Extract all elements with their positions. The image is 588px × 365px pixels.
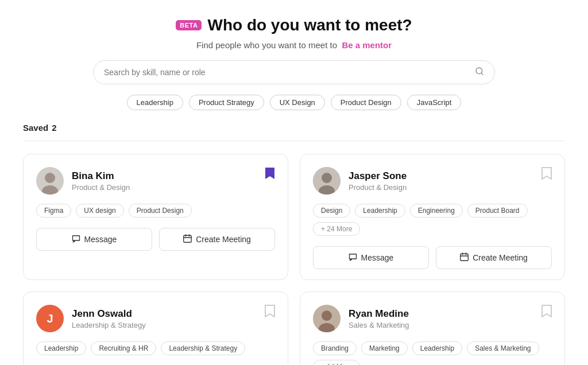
skill-tag: Leadership & Strategy	[161, 341, 245, 355]
skill-tag: Branding	[313, 341, 357, 355]
filter-tag-product-design[interactable]: Product Design	[331, 95, 401, 110]
divider	[23, 141, 565, 141]
card-person: J Jenn Oswald Leadership & Strategy	[36, 305, 146, 332]
filter-tag-leadership[interactable]: Leadership	[127, 95, 183, 110]
card-ryan-medine: Ryan Medine Sales & Marketing Branding M…	[300, 292, 565, 365]
person-info: Jenn Oswald Leadership & Strategy	[72, 308, 146, 329]
svg-rect-12	[461, 254, 469, 261]
person-info: Ryan Medine Sales & Marketing	[349, 308, 409, 329]
message-icon	[72, 235, 80, 244]
search-icon	[475, 67, 484, 78]
card-header: Ryan Medine Sales & Marketing	[313, 305, 552, 332]
card-person: Jasper Sone Product & Design	[313, 167, 407, 195]
skill-tag: Marketing	[361, 341, 408, 355]
avatar-bina-kim	[36, 167, 64, 195]
skill-tag: UX design	[76, 204, 123, 218]
bookmark-icon-filled[interactable]	[265, 167, 275, 182]
person-dept: Product & Design	[349, 183, 407, 192]
person-name: Jasper Sone	[349, 170, 407, 182]
create-meeting-button[interactable]: Create Meeting	[159, 228, 275, 251]
page-title: Who do you want to meet?	[207, 16, 412, 34]
subtitle: Find people who you want to meet to Be a…	[23, 40, 565, 50]
header-section: BETA Who do you want to meet? Find peopl…	[23, 16, 565, 110]
filter-tag-javascript[interactable]: JavaScript	[407, 95, 462, 110]
skill-tags: Figma UX design Product Design	[36, 204, 275, 218]
svg-point-10	[322, 173, 332, 183]
card-jasper-sone: Jasper Sone Product & Design Design Lead…	[300, 154, 565, 280]
calendar-icon	[460, 253, 469, 263]
be-a-mentor-link[interactable]: Be a mentor	[342, 40, 392, 50]
message-label: Message	[361, 253, 394, 262]
create-meeting-button[interactable]: Create Meeting	[436, 246, 552, 269]
skill-tag: Leadership	[355, 204, 405, 218]
avatar-ryan-medine	[313, 305, 341, 332]
person-name: Ryan Medine	[349, 308, 409, 320]
skill-tag: Figma	[36, 204, 71, 218]
title-row: BETA Who do you want to meet?	[23, 16, 565, 34]
page-wrapper: BETA Who do you want to meet? Find peopl…	[0, 0, 588, 365]
avatar-jenn-oswald: J	[36, 305, 64, 332]
card-bina-kim: Bina Kim Product & Design Figma UX desig…	[23, 154, 288, 280]
person-name: Bina Kim	[72, 170, 130, 182]
subtitle-text: Find people who you want to meet to	[196, 40, 337, 50]
skill-tag: Design	[313, 204, 350, 218]
svg-point-3	[45, 173, 55, 183]
person-dept: Product & Design	[72, 183, 130, 192]
more-tag[interactable]: + 24 More	[313, 222, 360, 236]
card-person: Ryan Medine Sales & Marketing	[313, 305, 409, 332]
person-name: Jenn Oswald	[72, 308, 146, 320]
card-person: Bina Kim Product & Design	[36, 167, 130, 195]
skill-tag: Product Design	[129, 204, 192, 218]
skill-tag: Leadership	[412, 341, 462, 355]
svg-line-1	[481, 73, 483, 75]
calendar-icon	[183, 234, 192, 244]
skill-tag: Recruiting & HR	[91, 341, 156, 355]
skill-tag: Leadership	[36, 341, 86, 355]
card-header: Jasper Sone Product & Design	[313, 167, 552, 195]
card-jenn-oswald: J Jenn Oswald Leadership & Strategy Lead…	[23, 292, 288, 365]
create-meeting-label: Create Meeting	[196, 235, 251, 244]
message-icon	[349, 253, 357, 263]
person-info: Bina Kim Product & Design	[72, 170, 130, 192]
svg-rect-5	[184, 235, 192, 242]
filter-tags: Leadership Product Strategy UX Design Pr…	[23, 95, 565, 110]
saved-section: Saved 2	[23, 123, 565, 133]
cards-grid: Bina Kim Product & Design Figma UX desig…	[23, 154, 565, 365]
bookmark-icon-empty[interactable]	[541, 167, 552, 182]
saved-count: 2	[52, 123, 56, 133]
avatar-jasper-sone	[313, 167, 341, 195]
more-tag[interactable]: + 14 More	[313, 360, 360, 365]
create-meeting-label: Create Meeting	[473, 253, 528, 262]
skill-tag: Product Board	[467, 204, 528, 218]
card-actions: Message Create Meeting	[313, 246, 552, 269]
person-dept: Sales & Marketing	[349, 321, 409, 329]
person-info: Jasper Sone Product & Design	[349, 170, 407, 192]
bookmark-icon-empty[interactable]	[265, 305, 275, 320]
card-header: J Jenn Oswald Leadership & Strategy	[36, 305, 275, 332]
message-button[interactable]: Message	[36, 228, 152, 251]
saved-label: Saved	[23, 123, 48, 133]
skill-tag: Sales & Marketing	[467, 341, 539, 355]
beta-badge: BETA	[176, 20, 202, 30]
search-bar	[93, 60, 495, 84]
skill-tags: Leadership Recruiting & HR Leadership & …	[36, 341, 275, 355]
card-header: Bina Kim Product & Design	[36, 167, 275, 195]
search-input[interactable]	[104, 68, 475, 77]
skill-tag: Engineering	[410, 204, 463, 218]
svg-point-21	[322, 310, 332, 321]
filter-tag-ux-design[interactable]: UX Design	[270, 95, 325, 110]
bookmark-icon-empty[interactable]	[541, 305, 552, 320]
message-label: Message	[84, 235, 117, 244]
person-dept: Leadership & Strategy	[72, 321, 146, 329]
skill-tags: Design Leadership Engineering Product Bo…	[313, 204, 552, 236]
message-button[interactable]: Message	[313, 246, 429, 269]
filter-tag-product-strategy[interactable]: Product Strategy	[189, 95, 264, 110]
skill-tags: Branding Marketing Leadership Sales & Ma…	[313, 341, 552, 365]
card-actions: Message Create Meeting	[36, 228, 275, 251]
